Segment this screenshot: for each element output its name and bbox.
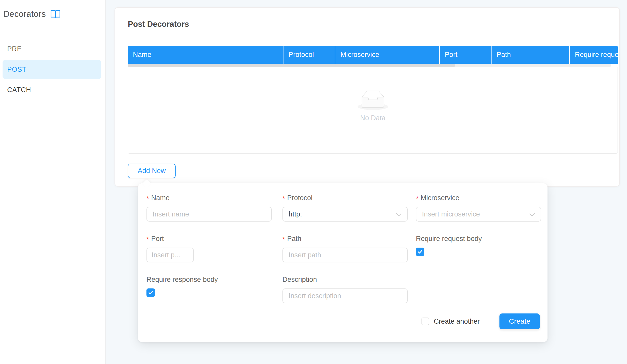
column-header-microservice: Microservice	[335, 46, 440, 64]
protocol-select[interactable]: http:	[282, 207, 408, 222]
required-asterisk: *	[146, 195, 149, 202]
create-decorator-popover: * Name * Protocol http: * Microservice	[138, 183, 548, 342]
column-header-name: Name	[128, 46, 283, 64]
popover-footer: Create another Create	[416, 313, 540, 329]
description-field-group: Description	[282, 275, 408, 303]
sidebar: Decorators PRE POST CATCH	[0, 0, 106, 364]
path-input[interactable]	[282, 248, 408, 262]
require-request-body-label: Require request body	[416, 234, 482, 243]
port-input[interactable]	[146, 248, 194, 262]
create-another-checkbox[interactable]	[421, 318, 429, 325]
protocol-label: * Protocol	[282, 193, 408, 202]
post-decorators-card: Post Decorators Name Protocol Microservi…	[115, 7, 620, 187]
table-header-row: Name Protocol Microservice Port Path Req…	[128, 46, 618, 64]
sidebar-header: Decorators	[0, 0, 105, 28]
column-header-protocol: Protocol	[283, 46, 335, 64]
decorators-table: Name Protocol Microservice Port Path Req…	[128, 46, 618, 154]
sidebar-item-pre[interactable]: PRE	[3, 39, 101, 59]
port-label: * Port	[146, 234, 194, 243]
required-asterisk: *	[282, 236, 285, 243]
required-asterisk: *	[416, 195, 419, 202]
table-body: No Data	[128, 67, 618, 154]
add-new-button[interactable]: Add New	[128, 164, 176, 178]
microservice-label: * Microservice	[416, 193, 541, 202]
horizontal-scrollbar-thumb[interactable]	[128, 64, 455, 67]
empty-state: No Data	[358, 90, 388, 122]
create-button[interactable]: Create	[499, 313, 540, 329]
protocol-field-group: * Protocol http:	[282, 193, 408, 222]
book-icon[interactable]	[50, 9, 61, 20]
path-field-group: * Path	[282, 234, 408, 262]
sidebar-item-catch[interactable]: CATCH	[3, 80, 101, 100]
require-response-body-field-group: Require response body	[146, 275, 218, 297]
page-title: Decorators	[3, 9, 46, 19]
description-input[interactable]	[282, 288, 408, 303]
port-field-group: * Port	[146, 234, 194, 262]
chevron-down-icon	[396, 210, 402, 218]
create-another-label: Create another	[434, 318, 480, 325]
required-asterisk: *	[282, 195, 285, 202]
create-another: Create another	[416, 318, 480, 325]
required-asterisk: *	[146, 236, 149, 243]
empty-text: No Data	[358, 114, 388, 122]
microservice-select[interactable]: Insert microservice	[416, 207, 541, 222]
name-label: * Name	[146, 193, 272, 202]
chevron-down-icon	[529, 210, 535, 218]
sidebar-nav: PRE POST CATCH	[0, 28, 105, 100]
microservice-field-group: * Microservice Insert microservice	[416, 193, 541, 222]
card-title: Post Decorators	[128, 20, 189, 29]
horizontal-scrollbar[interactable]	[128, 64, 611, 67]
name-input[interactable]	[146, 207, 272, 222]
require-request-body-field-group: Require request body	[416, 234, 482, 256]
require-response-body-label: Require response body	[146, 275, 218, 284]
app: Decorators PRE POST CATCH Post Decorator…	[0, 0, 627, 364]
sidebar-item-post[interactable]: POST	[3, 60, 101, 79]
require-response-body-checkbox[interactable]	[146, 288, 155, 297]
inbox-icon	[358, 106, 388, 111]
name-field-group: * Name	[146, 193, 272, 222]
column-header-require-request-body: Require request body	[570, 46, 618, 64]
column-header-port: Port	[440, 46, 492, 64]
path-label: * Path	[282, 234, 408, 243]
require-request-body-checkbox[interactable]	[416, 248, 424, 256]
column-header-path: Path	[492, 46, 570, 64]
description-label: Description	[282, 275, 408, 284]
